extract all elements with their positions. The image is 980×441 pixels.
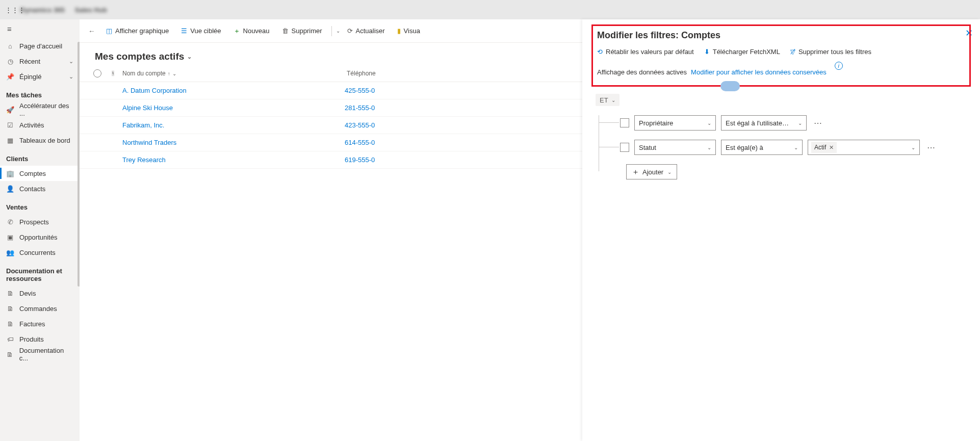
column-header-name[interactable]: Nom du compte ↑ ⌄ (120, 70, 345, 77)
sidebar-item-leads[interactable]: ✆ Prospects (0, 214, 80, 229)
delete-button[interactable]: 🗑 Supprimer (277, 24, 327, 38)
sidebar-item-orders[interactable]: 🗎 Commandes (0, 301, 80, 316)
cell-account-name: Northwind Traders (120, 139, 345, 146)
account-link[interactable]: Trey Research (122, 156, 166, 164)
cmd-label: Nouveau (243, 27, 270, 35)
sidebar-item-quotes[interactable]: 🗎 Devis (0, 286, 80, 301)
sidebar-item-label: Produits (19, 335, 44, 343)
value-tag: Actif ✕ (811, 142, 837, 153)
home-icon: ⌂ (6, 42, 14, 50)
more-actions-button[interactable]: ⋯ (925, 143, 938, 152)
showing-link[interactable]: Modifier pour afficher les données conse… (691, 68, 827, 76)
visualize-button[interactable]: ▮ Visua (392, 24, 425, 38)
doc-icon: 🗎 (6, 305, 14, 313)
sidebar-item-recent[interactable]: ◷ Récent ⌄ (0, 54, 80, 69)
hamburger-icon[interactable]: ≡ (0, 19, 80, 38)
waffle-icon[interactable]: ⋮⋮⋮ (5, 6, 15, 14)
add-filter-button[interactable]: ＋ Ajouter ⌄ (626, 164, 677, 179)
cmd-label: Vue ciblée (190, 27, 221, 35)
new-button[interactable]: ＋ Nouveau (228, 23, 275, 39)
hierarchy-icon[interactable]: ᚻ (105, 70, 120, 77)
drawer-title: Modifier les filtres: Comptes (597, 29, 965, 46)
download-fetchxml-button[interactable]: ⬇ Télécharger FetchXML (704, 48, 780, 56)
people-icon: 👥 (6, 249, 14, 256)
sidebar-group-sales: Ventes (0, 196, 80, 214)
cell-telephone[interactable]: 614-555-0 (345, 139, 416, 146)
chevron-down-icon: ⌄ (611, 97, 615, 103)
more-actions-button[interactable]: ⋯ (812, 118, 824, 128)
sidebar-item-label: Récent (19, 58, 40, 65)
sidebar-item-opportunities[interactable]: ▣ Opportunités (0, 229, 80, 245)
account-link[interactable]: Alpine Ski House (122, 104, 173, 112)
group-operator-chip[interactable]: ET ⌄ (596, 94, 620, 106)
sidebar-item-contacts[interactable]: 👤 Contacts (0, 181, 80, 196)
sidebar-item-competitors[interactable]: 👥 Concurrents (0, 245, 80, 260)
select-all-checkbox[interactable] (90, 69, 105, 77)
account-link[interactable]: A. Datum Corporation (122, 87, 187, 94)
sidebar-item-label: Tableaux de bord (19, 137, 70, 144)
cell-telephone[interactable]: 619-555-0 (345, 156, 416, 164)
sidebar-item-accounts[interactable]: 🏢 Comptes (0, 166, 80, 181)
clock-icon: ◷ (6, 58, 14, 65)
filter-row: Propriétaire ⌄ Est égal à l'utilisateur … (620, 115, 971, 131)
chevron-down-icon: ⌄ (798, 120, 802, 126)
filter-field-select[interactable]: Statut ⌄ (634, 140, 716, 155)
cmd-label: Visua (404, 27, 420, 35)
view-title-text: Mes comptes actifs (95, 51, 184, 62)
highlight-box: Modifier les filtres: Comptes ⟲ Rétablir… (591, 24, 971, 87)
filter-operator-select[interactable]: Est égal à l'utilisateur ac... ⌄ (721, 115, 807, 131)
filter-row-checkbox[interactable] (620, 118, 629, 127)
sort-asc-icon: ↑ (168, 71, 170, 76)
filter-reset-icon: ⟲ (597, 48, 603, 56)
chevron-down-icon[interactable]: ⌄ (336, 28, 340, 34)
sidebar-item-pinned[interactable]: 📌 Épinglé ⌄ (0, 69, 80, 84)
sidebar-item-label: Comptes (19, 170, 46, 177)
drawer-commands: ⟲ Rétablir les valeurs par défaut ⬇ Télé… (597, 46, 965, 64)
sidebar-item-label: Devis (19, 290, 36, 297)
sidebar-item-products[interactable]: 🏷 Produits (0, 331, 80, 347)
cell-telephone[interactable]: 281-555-0 (345, 104, 416, 112)
sidebar-item-label: Page d'accueil (19, 42, 62, 50)
doc-icon: 🗎 (6, 320, 14, 328)
account-link[interactable]: Northwind Traders (122, 139, 176, 146)
sidebar-item-accelerator[interactable]: 🚀 Accélérateur des ... (0, 102, 80, 117)
filter-row-checkbox[interactable] (620, 143, 629, 152)
tag-label: Actif (814, 144, 826, 151)
operator-label: ET (600, 96, 608, 104)
column-label: Téléphone (347, 70, 376, 77)
sidebar-item-activities[interactable]: ☑ Activités (0, 117, 80, 133)
filter-drawer: ✕ Modifier les filtres: Comptes ⟲ Rétabl… (582, 19, 980, 441)
column-header-tel[interactable]: Téléphone (345, 70, 416, 77)
tag-remove-icon[interactable]: ✕ (829, 144, 834, 151)
sidebar-item-saleslit[interactable]: 🗎 Documentation c... (0, 347, 80, 362)
pin-icon: 📌 (6, 73, 14, 81)
cmd-label: Afficher graphique (115, 27, 169, 35)
sidebar-item-home[interactable]: ⌂ Page d'accueil (0, 38, 80, 54)
filter-tree: ET ⌄ Propriétaire ⌄ Est égal à l'utilisa… (591, 87, 971, 179)
account-link[interactable]: Fabrikam, Inc. (122, 121, 164, 129)
filter-value-input[interactable]: Actif ✕ ⌄ (808, 140, 920, 155)
clear-filters-button[interactable]: ▽̸ Supprimer tous les filtres (790, 48, 871, 56)
back-button[interactable]: ← (85, 27, 99, 35)
filter-operator-select[interactable]: Est égal(e) à ⌄ (721, 140, 803, 155)
refresh-button[interactable]: ⟳ Actualiser (342, 24, 390, 38)
cell-telephone[interactable]: 423-555-0 (345, 121, 416, 129)
trash-icon: 🗑 (282, 27, 289, 35)
focused-view-button[interactable]: ☰ Vue ciblée (176, 24, 226, 38)
chart-icon: ◫ (106, 27, 112, 35)
filter-field-select[interactable]: Propriétaire ⌄ (634, 115, 716, 131)
download-icon: ⬇ (704, 48, 710, 56)
phone-icon: ✆ (6, 218, 14, 226)
chevron-down-icon: ⌄ (794, 145, 798, 150)
sidebar-item-label: Concurrents (19, 249, 56, 256)
show-chart-button[interactable]: ◫ Afficher graphique (101, 24, 174, 38)
person-icon: 👤 (6, 185, 14, 193)
sidebar-item-dashboards[interactable]: ▦ Tableaux de bord (0, 133, 80, 148)
cmd-label: Supprimer (292, 27, 322, 35)
info-icon[interactable]: i (835, 62, 843, 70)
sidebar-item-invoices[interactable]: 🗎 Factures (0, 316, 80, 331)
reset-filters-button[interactable]: ⟲ Rétablir les valeurs par défaut (597, 48, 694, 56)
sidebar-item-label: Factures (19, 320, 45, 328)
cell-account-name: Alpine Ski House (120, 104, 345, 112)
cell-telephone[interactable]: 425-555-0 (345, 87, 416, 94)
